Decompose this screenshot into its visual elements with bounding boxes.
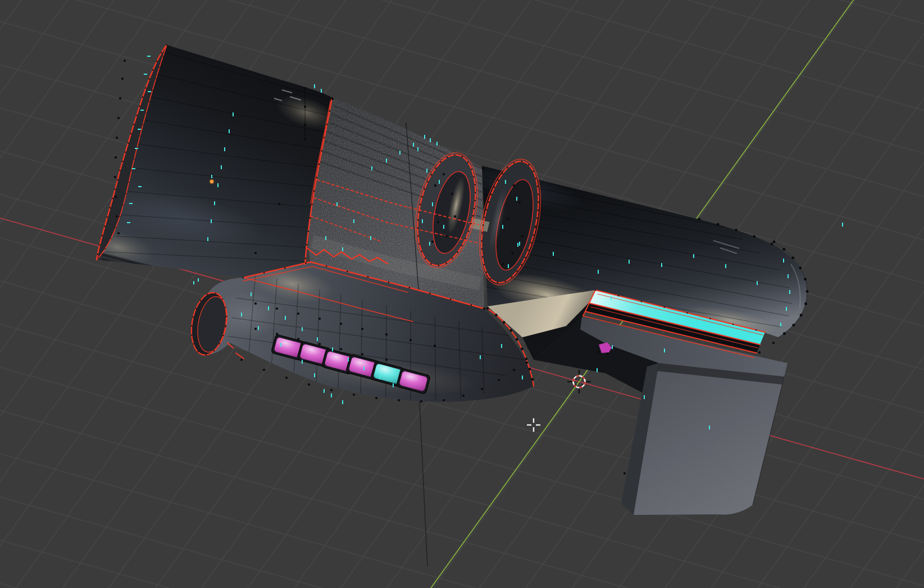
viewport-3d[interactable] — [0, 0, 924, 588]
